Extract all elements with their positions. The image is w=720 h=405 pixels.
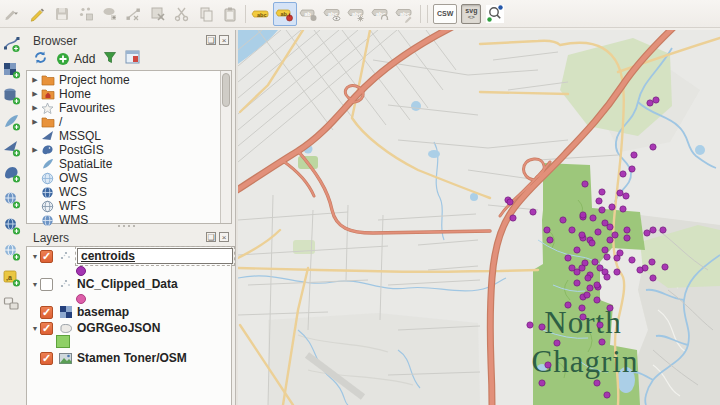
browser-scrollbar-thumb[interactable] [222,73,230,107]
browser-item-wms[interactable]: WMS [30,213,88,227]
polygon-symbol-swatch[interactable] [56,335,70,348]
add-selected-layers-button[interactable]: Add [56,52,95,66]
star-icon [40,102,55,115]
layer-rename-input[interactable]: centroids [77,248,233,264]
qgis-window: abc ab ab abc abc abc abc CSW svg <> [0,0,720,405]
layer-labeling-options-button[interactable]: abc [249,2,273,26]
add-wfs-layer-button[interactable] [1,241,23,263]
properties-widget-icon[interactable] [125,50,140,68]
browser-item-ows[interactable]: OWS [30,171,88,185]
cut-features-button[interactable] [170,2,194,26]
svg-text:,a: ,a [6,274,12,282]
browser-item-label: WFS [59,199,86,213]
metasearch-button[interactable] [483,2,507,26]
point-symbol-swatch[interactable] [76,266,86,276]
current-edits-button[interactable] [2,2,26,26]
new-virtual-layer-button[interactable] [1,293,23,315]
node-tool-button[interactable] [122,2,146,26]
browser-item-postgis[interactable]: ▶ PostGIS [30,143,104,157]
browser-item-label: / [59,115,62,129]
collapse-icon[interactable]: ▼ [30,281,40,288]
pin-labels-button[interactable]: ab [273,2,297,26]
browser-item-mssql[interactable]: MSSQL [30,129,101,143]
add-wms-layer-button[interactable] [1,189,23,211]
add-mssql-layer-button[interactable] [1,137,23,159]
browser-item-root[interactable]: ▶ / [30,115,62,129]
browser-item-favourites[interactable]: ▶ Favourites [30,101,115,115]
move-label-button[interactable]: abc [345,2,369,26]
refresh-icon[interactable] [33,50,48,69]
copy-features-button[interactable] [194,2,218,26]
browser-item-project-home[interactable]: ▶ Project home [30,73,130,87]
point-layer-icon [58,250,73,263]
layer-symbol-ogrgeojson[interactable] [56,333,70,349]
add-spatialite-layer-button[interactable] [1,111,23,133]
layer-checkbox[interactable]: ✓ [40,322,53,335]
panel-float-icon[interactable]: ❏ [206,232,216,242]
manage-layers-toolbar: ,a [0,30,24,405]
browser-item-spatialite[interactable]: SpatiaLite [30,157,112,171]
svg-annotation-button[interactable]: svg <> [461,4,481,24]
expand-icon[interactable]: ▶ [30,104,40,112]
expand-icon[interactable]: ▶ [30,146,40,154]
map-canvas[interactable]: North Chagrin [238,30,720,405]
browser-item-label: SpatiaLite [59,157,112,171]
panel-close-icon[interactable]: × [219,232,229,242]
paste-features-button[interactable] [218,2,242,26]
move-feature-button[interactable] [98,2,122,26]
csw-button[interactable]: CSW [433,4,457,24]
wcs-globe-icon [40,186,55,199]
add-delimited-text-layer-button[interactable]: ,a [1,267,23,289]
expand-icon[interactable]: ▶ [30,90,40,98]
layer-item-centroids[interactable]: ▼ ✓ centroids [30,248,233,264]
layer-item-stamen-toner-osm[interactable]: ✓ Stamen Toner/OSM [30,350,187,366]
layer-label: OGRGeoJSON [77,321,160,335]
basemap: North Chagrin [238,30,720,405]
spatialite-icon [40,158,55,171]
layer-label: NC_Clipped_Data [77,277,178,291]
rotate-label-button[interactable]: abc [369,2,393,26]
panel-splitter[interactable] [118,225,142,228]
browser-item-wcs[interactable]: WCS [30,185,87,199]
layer-item-basemap[interactable]: ✓ basemap [30,304,129,320]
show-hide-labels-button[interactable]: abc [321,2,345,26]
layer-checkbox[interactable] [40,278,53,291]
add-raster-layer-button[interactable] [1,59,23,81]
expand-icon[interactable]: ▶ [30,118,40,126]
point-layer-icon [58,278,73,291]
layer-checkbox[interactable]: ✓ [40,306,53,319]
browser-item-label: WMS [59,213,88,227]
collapse-icon[interactable]: ▼ [30,253,40,260]
browser-item-label: OWS [59,171,88,185]
delete-selected-button[interactable] [146,2,170,26]
save-edits-button[interactable] [50,2,74,26]
add-postgis-layer-button[interactable] [1,163,23,185]
layer-item-nc-clipped-data[interactable]: ▼ NC_Clipped_Data [30,276,178,292]
svg-text:ab: ab [281,11,288,17]
panel-float-icon[interactable]: ❏ [206,35,216,45]
browser-scrollbar[interactable] [220,71,231,223]
browser-item-home[interactable]: ▶ Home [30,87,91,101]
browser-item-wfs[interactable]: WFS [30,199,86,213]
add-database-layer-button[interactable] [1,85,23,107]
layer-checkbox[interactable]: ✓ [40,250,53,263]
svg-text:abc: abc [328,10,337,16]
highlight-pinned-labels-button[interactable]: ab [297,2,321,26]
change-label-button[interactable]: abc [393,2,417,26]
layer-item-ogrgeojson[interactable]: ▼ ✓ OGRGeoJSON [30,320,160,336]
filter-icon[interactable] [103,50,117,68]
layer-checkbox[interactable]: ✓ [40,352,53,365]
add-vector-layer-button[interactable] [1,33,23,55]
add-feature-button[interactable] [74,2,98,26]
add-wcs-layer-button[interactable] [1,215,23,237]
browser-item-label: MSSQL [59,129,101,143]
point-symbol-swatch[interactable] [76,294,86,304]
toggle-editing-button[interactable] [26,2,50,26]
browser-item-label: WCS [59,185,87,199]
expand-icon[interactable]: ▶ [30,76,40,84]
csw-button-label: CSW [437,10,453,17]
main-toolbar: abc ab ab abc abc abc abc CSW svg <> [0,0,720,28]
collapse-icon[interactable]: ▼ [30,325,40,332]
panel-close-icon[interactable]: × [219,35,229,45]
postgis-icon [40,144,55,157]
